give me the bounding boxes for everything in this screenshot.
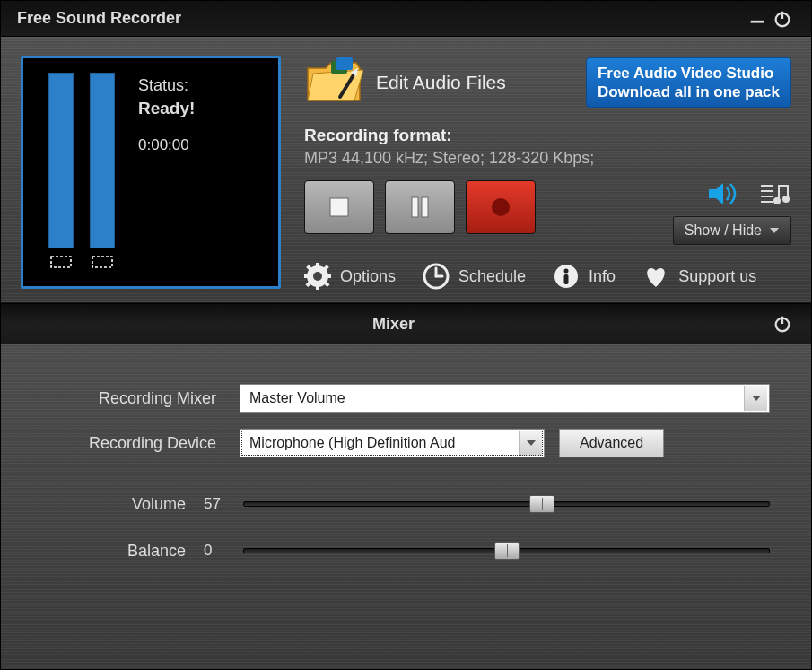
svg-marker-22	[770, 228, 779, 233]
recording-mixer-label: Recording Mixer	[42, 389, 240, 408]
svg-rect-3	[51, 257, 71, 267]
titlebar: Free Sound Recorder	[1, 1, 811, 37]
svg-point-24	[313, 272, 322, 281]
svg-marker-41	[752, 396, 761, 401]
chevron-down-icon	[744, 386, 767, 411]
balance-value: 0	[204, 542, 243, 560]
recording-mixer-select[interactable]: Master Volume	[240, 384, 770, 413]
svg-rect-13	[422, 197, 428, 217]
record-button[interactable]	[466, 180, 536, 234]
svg-rect-28	[326, 274, 331, 278]
level-bar-left	[48, 73, 74, 248]
svg-rect-26	[316, 284, 319, 290]
promo-banner[interactable]: Free Audio Video Studio Download all in …	[586, 57, 791, 109]
options-link[interactable]: Options	[304, 263, 396, 290]
heart-icon	[642, 263, 669, 290]
svg-rect-27	[304, 274, 310, 278]
upper-panel: Status: Ready! 0:00:00	[1, 37, 811, 303]
svg-rect-4	[92, 257, 112, 267]
elapsed-time: 0:00:00	[138, 136, 195, 154]
balance-slider[interactable]	[243, 540, 770, 561]
clock-icon	[423, 263, 450, 290]
svg-rect-0	[751, 20, 764, 22]
show-hide-label: Show / Hide	[685, 222, 762, 239]
svg-point-37	[564, 269, 569, 274]
volume-slider[interactable]	[243, 493, 770, 515]
svg-rect-38	[564, 274, 569, 284]
recording-device-select[interactable]: Microphone (High Definition Aud	[240, 429, 545, 457]
svg-point-20	[773, 197, 781, 204]
power-button[interactable]	[770, 6, 795, 31]
recording-format-label: Recording format:	[304, 126, 791, 145]
svg-rect-11	[330, 198, 348, 216]
edit-audio-folder-icon[interactable]	[304, 56, 363, 109]
mixer-panel: Recording Mixer Master Volume Recording …	[1, 344, 811, 669]
mixer-title: Mixer	[17, 315, 770, 334]
level-meter-panel: Status: Ready! 0:00:00	[21, 56, 281, 289]
volume-label: Volume	[42, 495, 204, 514]
balance-label: Balance	[42, 542, 204, 561]
mixer-header: Mixer	[1, 303, 811, 344]
gear-icon	[304, 263, 331, 290]
svg-marker-42	[527, 440, 536, 446]
support-link[interactable]: Support us	[642, 263, 756, 290]
app-title: Free Sound Recorder	[17, 9, 181, 28]
svg-rect-12	[412, 197, 418, 217]
show-hide-dropdown[interactable]: Show / Hide	[673, 216, 791, 245]
app-window: Free Sound Recorder	[0, 0, 812, 670]
recording-device-label: Recording Device	[42, 434, 240, 453]
minimize-button[interactable]	[745, 6, 770, 31]
schedule-link[interactable]: Schedule	[423, 263, 526, 290]
crop-marks-icon	[92, 256, 113, 268]
chevron-down-icon	[769, 225, 780, 236]
status-label: Status:	[138, 76, 195, 95]
advanced-button[interactable]: Advanced	[559, 429, 664, 457]
info-link[interactable]: Info	[553, 263, 616, 290]
recording-mixer-value: Master Volume	[249, 390, 744, 406]
svg-marker-15	[709, 183, 723, 204]
status-value: Ready!	[138, 99, 195, 118]
music-list-icon[interactable]	[759, 180, 791, 211]
stop-button[interactable]	[304, 180, 374, 234]
chevron-down-icon	[519, 431, 542, 456]
speaker-icon[interactable]	[707, 180, 739, 211]
volume-value: 57	[204, 495, 243, 513]
mixer-power-button[interactable]	[770, 311, 795, 336]
svg-rect-8	[336, 57, 353, 70]
svg-point-14	[492, 198, 510, 216]
info-icon	[553, 263, 580, 290]
svg-point-21	[782, 196, 790, 203]
level-bar-right	[90, 73, 115, 248]
crop-marks-icon	[50, 256, 72, 268]
pause-button[interactable]	[385, 180, 455, 234]
svg-rect-25	[316, 263, 319, 268]
edit-audio-label[interactable]: Edit Audio Files	[376, 72, 573, 93]
recording-device-value: Microphone (High Definition Aud	[249, 435, 519, 451]
recording-format-value: MP3 44,100 kHz; Stereo; 128-320 Kbps;	[304, 149, 791, 168]
